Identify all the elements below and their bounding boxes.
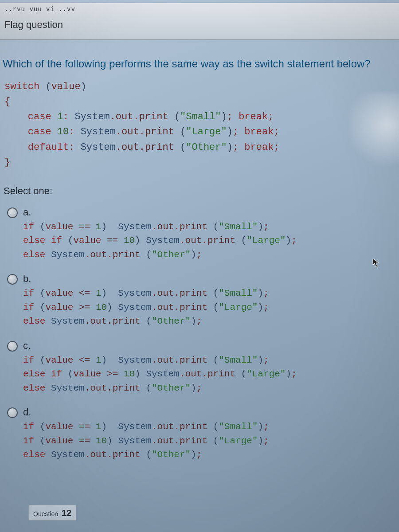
option-c[interactable]: c. if (value <= 1) System.out.print ("Sm…	[7, 334, 399, 401]
radio-a[interactable]	[7, 207, 18, 218]
question-body: Which of the following performs the same…	[0, 40, 399, 467]
select-one-label: Select one:	[0, 174, 399, 200]
quiz-screen: ..rvu vuu vi ..vv Flag question Which of…	[0, 0, 399, 532]
option-a-code: if (value == 1) System.out.print ("Small…	[23, 218, 399, 263]
option-b[interactable]: b. if (value <= 1) System.out.print ("Sm…	[7, 267, 399, 334]
option-c-code: if (value <= 1) System.out.print ("Small…	[23, 352, 399, 396]
option-c-letter: c.	[23, 339, 399, 352]
radio-d[interactable]	[7, 407, 18, 418]
question-code-block: switch (value) { case 1: System.out.prin…	[0, 70, 399, 174]
question-text: Which of the following performs the same…	[0, 57, 399, 70]
flag-question-link[interactable]: Flag question	[4, 15, 395, 37]
option-d-letter: d.	[23, 406, 399, 418]
option-a[interactable]: a. if (value == 1) System.out.print ("Sm…	[7, 200, 399, 267]
option-d[interactable]: d. if (value == 1) System.out.print ("Sm…	[7, 400, 399, 467]
question-number-label: Question	[33, 510, 58, 517]
kw-switch: switch	[4, 81, 39, 92]
top-bar: ..rvu vuu vi ..vv Flag question	[0, 3, 399, 40]
partial-text: ..rvu vuu vi ..vv	[4, 6, 395, 13]
option-b-letter: b.	[23, 272, 399, 285]
question-number-box[interactable]: Question 12	[28, 505, 76, 520]
radio-b[interactable]	[7, 274, 18, 285]
radio-c[interactable]	[7, 341, 18, 352]
option-b-code: if (value <= 1) System.out.print ("Small…	[23, 285, 399, 329]
answer-options: a. if (value == 1) System.out.print ("Sm…	[0, 200, 399, 467]
option-d-code: if (value == 1) System.out.print ("Small…	[23, 418, 399, 463]
option-a-letter: a.	[23, 206, 399, 218]
question-number-value: 12	[62, 508, 71, 518]
